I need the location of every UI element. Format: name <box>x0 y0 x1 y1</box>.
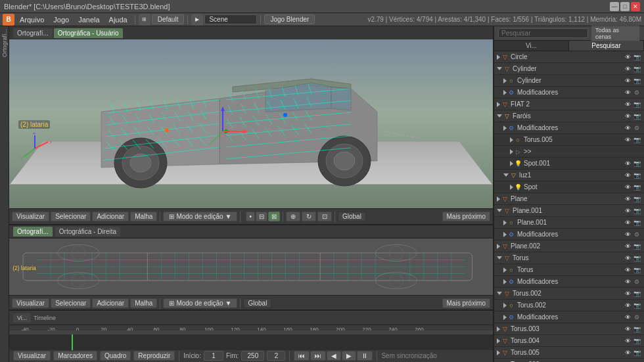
vis-render-plane[interactable]: 📷 <box>632 194 641 204</box>
vis-render-mod-cyl[interactable]: ⚙ <box>632 88 641 97</box>
ol-item-plane001-child[interactable]: ○ Plane.001 👁 📷 <box>494 217 644 229</box>
adicionar-btn-top[interactable]: Adicionar <box>92 212 129 221</box>
all-scenes-btn[interactable]: Todas as cenas <box>591 26 640 41</box>
vis-eye-torus002-child[interactable]: 👁 <box>623 301 632 310</box>
ol-item-torus002-child[interactable]: ○ Torus.002 👁 📷 <box>494 300 644 311</box>
vis-eye-mod-torus002[interactable]: 👁 <box>623 313 632 322</box>
vis-eye-plane001[interactable]: 👁 <box>623 206 632 215</box>
vis-render-torus004[interactable]: 📷 <box>632 336 641 346</box>
vis-render-cylinder-child[interactable]: 📷 <box>632 76 641 85</box>
viewport-3d-bottom[interactable]: Ortografí... Ortográfica - Direita <box>9 224 493 309</box>
vis-eye-fiat2[interactable]: 👁 <box>623 100 632 109</box>
vis-eye-torus004[interactable]: 👁 <box>623 336 632 346</box>
ol-item-mod-torus[interactable]: ⚙ Modificadores 👁 ⚙ <box>494 276 644 288</box>
selecionar-btn-bottom[interactable]: Selecionar <box>51 298 91 308</box>
vis-eye-torus003[interactable]: 👁 <box>623 325 632 334</box>
marcadores-status-btn[interactable]: Marcadores <box>53 351 97 361</box>
edge-icon[interactable]: ⊟ <box>256 212 267 221</box>
timeline-track[interactable] <box>9 330 493 334</box>
vis-eye-torus006[interactable]: 👁 <box>623 360 632 363</box>
ol-item-mod-torus002[interactable]: ⚙ Modificadores 👁 ⚙ <box>494 311 644 323</box>
mais-proximo-btn[interactable]: Mais próximo <box>442 212 490 221</box>
ol-item-cylinder[interactable]: ▽ Cylinder 👁 📷 <box>494 63 644 75</box>
menu-janela[interactable]: Janela <box>74 14 103 25</box>
vis-render-mod-torus002[interactable]: ⚙ <box>632 313 641 322</box>
adicionar-btn-bottom[interactable]: Adicionar <box>92 298 129 308</box>
ol-item-mod-farois[interactable]: ⚙ Modificadores 👁 ⚙ <box>494 122 644 134</box>
visualizar-btn-bottom[interactable]: Visualizar <box>12 298 49 308</box>
global-dropdown-top[interactable]: Global <box>338 212 366 221</box>
vis-render-t005-farois[interactable]: 📷 <box>632 135 641 145</box>
vis-render-farois[interactable]: 📷 <box>632 112 641 121</box>
vis-eye-torus[interactable]: 👁 <box>623 254 632 263</box>
vis-render-spot001[interactable]: 📷 <box>632 159 641 168</box>
ol-item-torus002[interactable]: ▽ Torus.002 👁 📷 <box>494 288 644 300</box>
malha-btn-top[interactable]: Malha <box>130 212 157 221</box>
mode-dropdown-top[interactable]: ⊞ Modo de edição ▼ <box>163 212 237 221</box>
vis-eye-mod-plane001[interactable]: 👁 <box>623 230 632 239</box>
vis-render-circle[interactable]: 📷 <box>632 53 641 62</box>
jump-start-btn[interactable]: ⏮ <box>294 351 310 361</box>
vis-render-mod-farois[interactable]: ⚙ <box>632 124 641 133</box>
play-back-btn[interactable]: ◀ <box>327 351 341 361</box>
vis-eye-plane[interactable]: 👁 <box>623 194 632 204</box>
ol-item-torus005[interactable]: ▽ Torus.005 👁 📷 <box>494 347 644 359</box>
vis-render-cylinder[interactable]: 📷 <box>632 64 641 74</box>
vis-eye-mod-cyl[interactable]: 👁 <box>623 88 632 97</box>
reproduzir-status-btn[interactable]: Reproduzir <box>133 351 175 361</box>
vis-eye-mod-torus[interactable]: 👁 <box>623 277 632 286</box>
viewport-tab-ortho[interactable]: Ortografí... <box>13 28 53 38</box>
ol-item-spot001[interactable]: 💡 Spot.001 👁 📷 <box>494 158 644 170</box>
malha-btn-bottom[interactable]: Malha <box>130 298 157 308</box>
ol-item-plane[interactable]: ▽ Plane 👁 📷 <box>494 193 644 205</box>
left-panel-label[interactable]: Ortografí... <box>1 29 8 57</box>
vis-eye-mod-farois[interactable]: 👁 <box>623 124 632 133</box>
face-icon[interactable]: ⊠ <box>268 212 280 221</box>
quadro-status-btn[interactable]: Quadro <box>100 351 131 361</box>
vis-render-plane001[interactable]: 📷 <box>632 206 641 215</box>
ol-item-mod-plane001[interactable]: ⚙ Modificadores 👁 ⚙ <box>494 229 644 240</box>
vis-eye-farois[interactable]: 👁 <box>623 112 632 121</box>
vis-eye-spot[interactable]: 👁 <box>623 183 632 192</box>
mais-proximo-btn-bottom[interactable]: Mais próximo <box>442 298 490 308</box>
viewport-3d-top[interactable]: Ortografí... Ortográfica - Usuário <box>9 26 493 224</box>
vis-eye-cylinder-child[interactable]: 👁 <box>623 76 632 85</box>
screen-layout-icon[interactable]: ⊞ <box>139 14 150 26</box>
vis-render-torus005[interactable]: 📷 <box>632 348 641 357</box>
ol-item-luz1[interactable]: ▽ luz1 👁 📷 <box>494 170 644 181</box>
vis-eye-plane001-child[interactable]: 👁 <box>623 218 632 227</box>
menu-jogo[interactable]: Jogo <box>49 14 73 25</box>
fim-input[interactable] <box>241 351 264 361</box>
vis-eye-spot001[interactable]: 👁 <box>623 159 632 168</box>
timeline-tab[interactable]: Vi... <box>13 313 31 323</box>
vis-render-torus-child[interactable]: 📷 <box>632 265 641 275</box>
ol-item-torus004[interactable]: ▽ Torus.004 👁 📷 <box>494 335 644 347</box>
viewport-bottom-label[interactable]: Ortográfica - Direita <box>55 227 120 237</box>
ol-item-cylinder-child[interactable]: ○ Cylinder 👁 📷 <box>494 75 644 87</box>
menu-arquivo[interactable]: Arquivo <box>16 14 48 25</box>
vis-render-spot[interactable]: 📷 <box>632 183 641 192</box>
tab-pesquisar[interactable]: Pesquisar <box>569 41 644 51</box>
vis-render-torus006[interactable]: 📷 <box>632 360 641 363</box>
ol-item-torus006[interactable]: ▽ Torus.006 👁 📷 <box>494 359 644 362</box>
ol-item-mod-cylinder[interactable]: ⚙ Modificadores 👁 ⚙ <box>494 87 644 99</box>
vis-eye-circle[interactable]: 👁 <box>623 53 632 62</box>
jump-end-btn[interactable]: ⏭ <box>310 351 326 361</box>
scene-input[interactable] <box>204 14 257 24</box>
ol-item-torus[interactable]: ▽ Torus 👁 📷 <box>494 252 644 264</box>
visualizar-btn-top[interactable]: Visualizar <box>12 212 49 221</box>
vis-eye-torus-child[interactable]: 👁 <box>623 265 632 275</box>
transform-icon-1[interactable]: ⊕ <box>286 212 300 221</box>
vis-render-luz1[interactable]: 📷 <box>632 171 641 180</box>
ol-item-arrow[interactable]: ▷ >> <box>494 146 644 158</box>
selecionar-btn-top[interactable]: Selecionar <box>51 212 91 221</box>
global-dropdown-bottom[interactable]: Global <box>243 298 271 308</box>
vis-render-torus002[interactable]: 📷 <box>632 289 641 298</box>
vis-render-mod-plane001[interactable]: ⚙ <box>632 230 641 239</box>
vis-render-fiat2[interactable]: 📷 <box>632 100 641 109</box>
layout-dropdown[interactable]: Default <box>152 14 185 24</box>
mode-dropdown-bottom[interactable]: ⊞ Modo de edição ▼ <box>163 298 237 308</box>
frame-input[interactable] <box>267 351 285 361</box>
ol-item-torus-child[interactable]: ○ Torus 👁 📷 <box>494 264 644 276</box>
ol-item-plane002[interactable]: ▽ Plane.002 👁 📷 <box>494 240 644 252</box>
